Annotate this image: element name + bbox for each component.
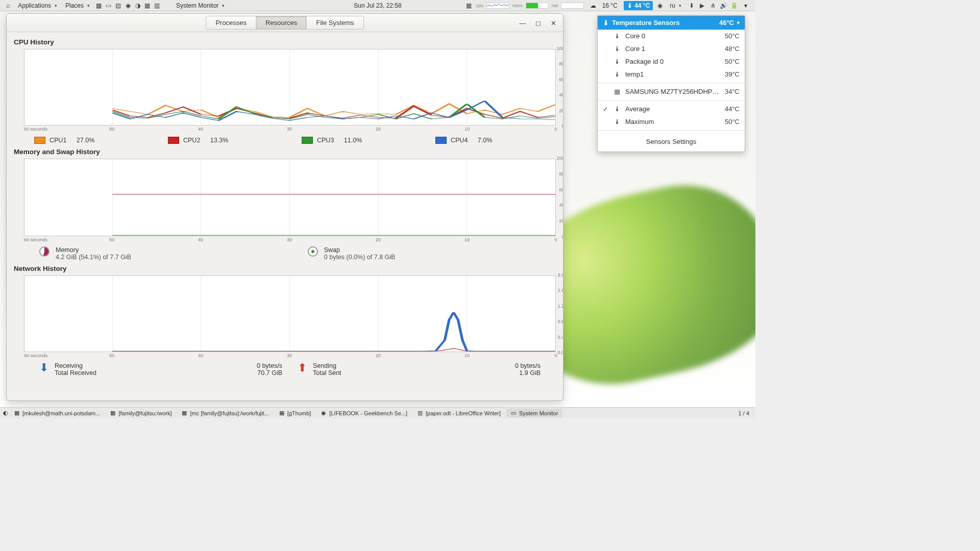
legend-cpu3[interactable]: CPU3 11.0% — [302, 137, 420, 144]
temperature-sensors-popup: 🌡 Temperature Sensors 46°C ▾ 🌡Core 050°C… — [597, 15, 745, 152]
keyboard-layout[interactable]: ru — [667, 1, 684, 10]
task-terminal-2[interactable]: ▩[family@fujitsu:/work] — [106, 409, 176, 417]
sensor-row-core1[interactable]: 🌡Core 148°C — [598, 42, 745, 55]
firefox-icon[interactable]: ◑ — [134, 2, 141, 9]
network-x-axis: 60 seconds50403020100 — [24, 353, 556, 359]
close-button[interactable]: ✕ — [548, 17, 559, 29]
tab-filesystems[interactable]: File Systems — [307, 16, 363, 29]
cpu-chart: 100 %80 %60 %40 %20 %0 % — [24, 49, 556, 126]
play-icon[interactable]: ▶ — [698, 2, 706, 9]
send-rate: 0 bytes/s — [515, 362, 541, 369]
sensor-row-average[interactable]: ✓🌡Average44°C — [598, 103, 745, 115]
net-mini-label: net — [552, 3, 558, 8]
maximize-button[interactable]: ◻ — [532, 17, 544, 29]
task-gthumb[interactable]: ▦[gThumb] — [275, 409, 315, 417]
workspace-pager[interactable]: 1 / 4 — [736, 409, 752, 417]
chrome-icon: ◉ — [321, 410, 326, 416]
thermometer-icon: 🌡 — [614, 105, 620, 113]
sensor-row-package[interactable]: 🌡Package id 050°C — [598, 55, 745, 68]
task-terminal-1[interactable]: ▩[mkulesh@math.uni-potsdam... — [10, 409, 104, 417]
swap-label: Swap — [324, 246, 396, 254]
swap-pie-icon[interactable] — [308, 246, 318, 257]
sensor-row-temp1[interactable]: 🌡temp139°C — [598, 68, 745, 81]
sensor-row-maximum[interactable]: 🌡Maximum50°C — [598, 115, 745, 128]
network-section-title: Network History — [14, 265, 556, 272]
user-menu-chevron-icon[interactable]: ▾ — [741, 1, 750, 10]
swap-value: 0 bytes (0.0%) of 7.8 GiB — [324, 254, 396, 261]
recv-total-label: Total Received — [55, 369, 96, 377]
task-mc[interactable]: ▩[mc [family@fujitsu]:/work/fujit... — [178, 409, 273, 417]
sensor-row-disk[interactable]: ▦SAMSUNG MZ7TY256HDHP-0000734°C — [598, 85, 745, 98]
show-desktop-icon[interactable]: ◐ — [3, 410, 8, 416]
editor-icon[interactable]: ▤ — [114, 2, 122, 9]
menu-places[interactable]: Places — [62, 1, 93, 10]
upload-arrow-icon: ⬆ — [298, 362, 307, 373]
menu-applications[interactable]: Applications — [15, 1, 60, 10]
check-icon: ✓ — [603, 106, 609, 113]
cpu-mini-graph[interactable] — [486, 3, 509, 9]
network-icon[interactable]: ⋔ — [709, 2, 717, 9]
memory-label: Memory — [56, 246, 131, 254]
sensor-row-core0[interactable]: 🌡Core 050°C — [598, 30, 745, 42]
memory-pie-icon[interactable] — [39, 246, 50, 257]
send-total-label: Total Sent — [313, 369, 341, 377]
updates-icon[interactable]: ⬇ — [688, 2, 695, 9]
titlebar: Processes Resources File Systems — ◻ ✕ — [7, 14, 563, 32]
workspace-icon[interactable]: ▦ — [465, 2, 473, 9]
terminal-icon: ▩ — [182, 410, 187, 416]
sysmon-icon: ▭ — [511, 410, 516, 416]
legend-cpu2[interactable]: CPU2 13.3% — [168, 137, 286, 144]
tab-resources[interactable]: Resources — [256, 16, 307, 29]
libreoffice-icon: ▥ — [418, 410, 423, 416]
top-menubar: ⌂ Applications Places ▩ ▭ ▤ ◉ ◑ ▦ ▥ Syst… — [0, 0, 755, 11]
terminal-icon: ▩ — [110, 410, 115, 416]
thermometer-icon: 🌡 — [614, 118, 620, 126]
thermometer-icon: 🌡 — [603, 19, 609, 27]
send-total: 1.9 GiB — [519, 369, 541, 377]
clock[interactable]: Sun Jul 23, 22:58 — [354, 2, 401, 9]
thermometer-icon: 🌡 — [614, 32, 620, 40]
sysmon-icon[interactable]: ▭ — [105, 2, 112, 9]
terminal-icon: ▩ — [14, 410, 19, 416]
task-system-monitor[interactable]: ▭System Monitor — [507, 409, 562, 417]
cpu-section-title: CPU History — [14, 38, 556, 46]
sensors-settings-link[interactable]: Sensors Settings — [598, 133, 745, 152]
view-tabs: Processes Resources File Systems — [206, 16, 363, 30]
libreoffice-icon[interactable]: ▥ — [153, 2, 161, 9]
home-icon[interactable]: ⌂ — [3, 1, 13, 10]
cpu-x-axis: 60 seconds50403020100 — [24, 127, 556, 133]
net-mini-graph[interactable] — [561, 3, 584, 9]
thermometer-icon: 🌡 — [614, 45, 620, 53]
download-arrow-icon: ⬇ — [39, 362, 48, 373]
cpu-mini-label: cpu — [476, 3, 483, 8]
recv-total: 70.7 GiB — [257, 369, 282, 377]
network-chart: 2.0 MiB/s1.6 MiB/s1.2 MiB/s0.8 MiB/s0.4 … — [24, 276, 556, 352]
thermometer-icon: 🌡 — [614, 58, 620, 65]
sensors-header[interactable]: 🌡 Temperature Sensors 46°C ▾ — [598, 16, 745, 30]
volume-icon[interactable]: 🔊 — [720, 2, 727, 9]
battery-icon[interactable]: 🔋 — [730, 2, 738, 9]
disk-icon: ▦ — [614, 88, 620, 95]
chevron-down-icon: ▾ — [737, 20, 740, 26]
system-monitor-window: Processes Resources File Systems — ◻ ✕ C… — [6, 13, 564, 401]
recv-label: Receiving — [55, 362, 83, 369]
task-chrome[interactable]: ◉[LIFEBOOK - Geekbench Se...] — [317, 409, 411, 417]
gthumb-icon: ▦ — [279, 410, 284, 416]
tab-processes[interactable]: Processes — [206, 16, 256, 29]
accessibility-icon[interactable]: ◉ — [656, 2, 664, 9]
gthumb-icon[interactable]: ▦ — [143, 2, 151, 9]
temp-indicator[interactable]: 🌡 44 °C — [624, 1, 653, 10]
mem-mini-label: mem — [512, 3, 523, 8]
app-menu[interactable]: System Monitor — [173, 1, 228, 10]
chrome-icon[interactable]: ◉ — [124, 2, 132, 9]
legend-cpu4[interactable]: CPU4 7.0% — [435, 137, 554, 144]
cpu-y-axis: 100 %80 %60 %40 %20 %0 % — [556, 48, 564, 126]
task-libreoffice[interactable]: ▥[paper.odt - LibreOffice Writer] — [413, 409, 505, 417]
terminal-icon[interactable]: ▩ — [95, 2, 103, 9]
thermometer-icon: 🌡 — [627, 2, 633, 9]
mem-mini-graph[interactable] — [526, 3, 549, 9]
weather-indicator[interactable]: ☁ 16 °C — [587, 1, 621, 10]
minimize-button[interactable]: — — [517, 17, 528, 29]
memory-value: 4.2 GiB (54.1%) of 7.7 GiB — [56, 254, 131, 261]
legend-cpu1[interactable]: CPU1 27.0% — [34, 137, 153, 144]
